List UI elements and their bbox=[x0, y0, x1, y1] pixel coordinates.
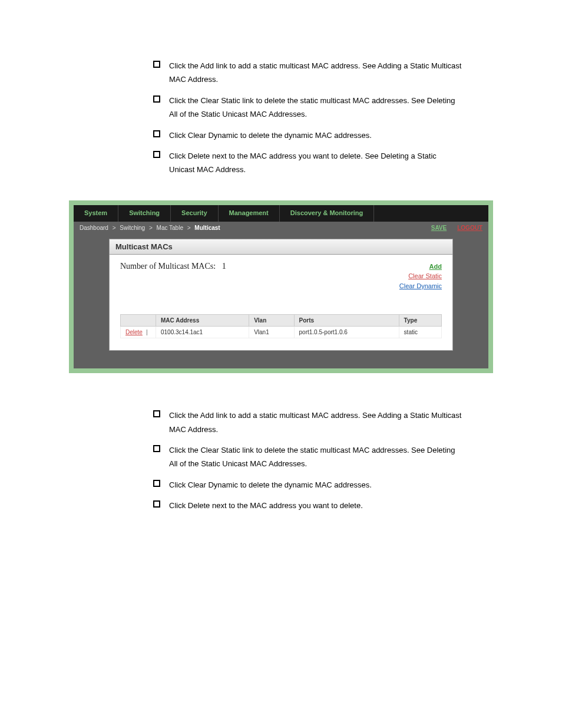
mac-count-label: Number of Multicast MACs: bbox=[120, 262, 216, 271]
clear-static-link[interactable]: Clear Static bbox=[408, 272, 442, 279]
bullet-item: Click the Add link to add a static multi… bbox=[153, 59, 527, 87]
bullet-text: Click Clear Dynamic to delete the dynami… bbox=[169, 478, 372, 492]
main-nav: System Switching Security Management Dis… bbox=[74, 205, 488, 222]
bullet-text: Click Delete next to the MAC address you… bbox=[169, 149, 464, 177]
doc-bullets-bottom: Click the Add link to add a static multi… bbox=[153, 409, 527, 512]
table-cell-mac: 0100.3c14.1ac1 bbox=[156, 327, 249, 338]
square-bullet-icon bbox=[153, 95, 160, 103]
main-panel: Multicast MACs Number of Multicast MACs:… bbox=[74, 234, 488, 369]
table-header-mac: MAC Address bbox=[156, 315, 249, 327]
table-cell-action: Delete| bbox=[121, 327, 156, 338]
table-header-type: Type bbox=[399, 315, 441, 327]
bullet-item: Click Clear Dynamic to delete the dynami… bbox=[153, 129, 527, 142]
breadcrumb-current: Multicast bbox=[194, 225, 220, 231]
bullet-item: Click the Clear Static link to delete th… bbox=[153, 443, 527, 471]
logout-link[interactable]: LOGOUT bbox=[457, 225, 482, 231]
table-header-vlan: Vlan bbox=[249, 315, 294, 327]
bullet-text: Click Clear Dynamic to delete the dynami… bbox=[169, 129, 372, 142]
save-link[interactable]: SAVE bbox=[431, 225, 447, 231]
table-header-action bbox=[121, 315, 156, 327]
panel-actions: Add Clear Static Clear Dynamic bbox=[399, 262, 442, 291]
embedded-screenshot: System Switching Security Management Dis… bbox=[69, 200, 493, 374]
bullet-item: Click Delete next to the MAC address you… bbox=[153, 149, 527, 177]
square-bullet-icon bbox=[153, 480, 160, 487]
nav-system[interactable]: System bbox=[74, 205, 118, 222]
nav-discovery[interactable]: Discovery & Monitoring bbox=[280, 205, 374, 222]
breadcrumb-sep: > bbox=[113, 225, 116, 231]
count-row: Number of Multicast MACs: 1 Add Clear St… bbox=[120, 262, 442, 291]
table-cell-ports: port1.0.5-port1.0.6 bbox=[294, 327, 399, 338]
breadcrumb-sep: > bbox=[149, 225, 153, 231]
add-link[interactable]: Add bbox=[429, 263, 442, 270]
square-bullet-icon bbox=[153, 445, 160, 452]
breadcrumb-sep: > bbox=[187, 225, 191, 231]
clear-dynamic-link[interactable]: Clear Dynamic bbox=[399, 282, 442, 289]
nav-security[interactable]: Security bbox=[171, 205, 218, 222]
top-actions: SAVE LOGOUT bbox=[431, 225, 482, 231]
bullet-text: Click the Add link to add a static multi… bbox=[169, 409, 464, 436]
doc-bullets-top: Click the Add link to add a static multi… bbox=[153, 59, 527, 177]
breadcrumb-row: Dashboard > Switching > Mac Table > Mult… bbox=[74, 222, 488, 234]
nav-switching[interactable]: Switching bbox=[118, 205, 171, 222]
mac-table: MAC Address Vlan Ports Type Delete| 0100… bbox=[120, 314, 442, 338]
mac-count: Number of Multicast MACs: 1 bbox=[120, 262, 226, 271]
table-cell-type: static bbox=[399, 327, 441, 338]
breadcrumb-dashboard[interactable]: Dashboard bbox=[80, 225, 108, 231]
bullet-item: Click the Add link to add a static multi… bbox=[153, 409, 527, 436]
pipe-sep: | bbox=[146, 329, 148, 335]
square-bullet-icon bbox=[153, 151, 160, 158]
bullet-text: Click Delete next to the MAC address you… bbox=[169, 499, 363, 512]
bullet-item: Click the Clear Static link to delete th… bbox=[153, 94, 527, 121]
bullet-item: Click Clear Dynamic to delete the dynami… bbox=[153, 478, 527, 492]
table-header-row: MAC Address Vlan Ports Type bbox=[121, 315, 442, 327]
bullet-text: Click the Clear Static link to delete th… bbox=[169, 443, 464, 471]
breadcrumb-mactable[interactable]: Mac Table bbox=[157, 225, 183, 231]
panel-body: Number of Multicast MACs: 1 Add Clear St… bbox=[109, 255, 453, 351]
nav-management[interactable]: Management bbox=[219, 205, 280, 222]
table-cell-vlan: Vlan1 bbox=[249, 327, 294, 338]
bullet-text: Click the Add link to add a static multi… bbox=[169, 59, 464, 87]
square-bullet-icon bbox=[153, 130, 160, 137]
square-bullet-icon bbox=[153, 61, 160, 68]
panel-title: Multicast MACs bbox=[109, 239, 453, 255]
mac-count-value: 1 bbox=[222, 262, 226, 271]
table-row: Delete| 0100.3c14.1ac1 Vlan1 port1.0.5-p… bbox=[121, 327, 442, 338]
breadcrumb-switching[interactable]: Switching bbox=[120, 225, 145, 231]
bullet-item: Click Delete next to the MAC address you… bbox=[153, 499, 527, 512]
delete-link[interactable]: Delete bbox=[125, 329, 143, 335]
table-header-ports: Ports bbox=[294, 315, 399, 327]
bullet-text: Click the Clear Static link to delete th… bbox=[169, 94, 464, 121]
square-bullet-icon bbox=[153, 500, 160, 508]
breadcrumb: Dashboard > Switching > Mac Table > Mult… bbox=[80, 225, 220, 231]
square-bullet-icon bbox=[153, 410, 160, 417]
